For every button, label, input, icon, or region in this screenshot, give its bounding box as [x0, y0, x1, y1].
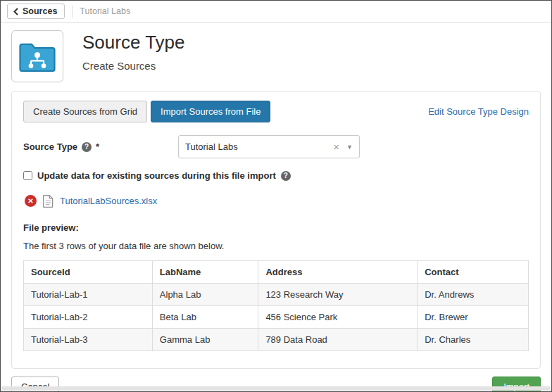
table-cell: Tutorial-Lab-3	[24, 329, 153, 351]
page-subtitle: Create Sources	[82, 60, 185, 72]
clear-selection-icon[interactable]: ×	[333, 141, 339, 153]
update-existing-row: Update data for existing sources during …	[23, 170, 529, 181]
back-button-label: Sources	[23, 6, 57, 16]
breadcrumb-current: Tutorial Labs	[80, 6, 130, 16]
file-icon	[43, 194, 54, 208]
update-existing-label: Update data for existing sources during …	[37, 170, 276, 181]
file-preview-title: File preview:	[23, 222, 529, 233]
table-cell: 789 Data Road	[258, 329, 418, 351]
remove-file-icon[interactable]: ✕	[25, 195, 37, 207]
table-cell: Dr. Andrews	[418, 284, 529, 306]
table-cell: 123 Research Way	[258, 284, 418, 306]
page-title: Source Type	[82, 32, 185, 53]
chevron-down-icon[interactable]: ▼	[346, 144, 353, 151]
table-header-row: SourceId LabName Address Contact	[24, 261, 529, 284]
uploaded-file-row: ✕ TutorialLabSources.xlsx	[23, 194, 529, 208]
column-header-labname: LabName	[152, 261, 258, 284]
help-icon[interactable]: ?	[281, 171, 291, 181]
tab-import-sources-from-file[interactable]: Import Sources from File	[151, 101, 270, 122]
table-cell: 456 Science Park	[258, 306, 418, 329]
page-root: { "breadcrumb": { "back_label": "Sources…	[0, 0, 552, 392]
tab-create-sources-from-grid[interactable]: Create Sources from Grid	[23, 101, 147, 122]
table-cell: Gamma Lab	[152, 329, 258, 351]
bottom-scrollbar-track[interactable]	[1, 386, 551, 391]
table-row: Tutorial-Lab-3 Gamma Lab 789 Data Road D…	[24, 329, 529, 351]
table-cell: Dr. Charles	[418, 329, 529, 351]
breadcrumb-divider	[72, 6, 73, 18]
table-row: Tutorial-Lab-1 Alpha Lab 123 Research Wa…	[24, 284, 529, 306]
table-row: Tutorial-Lab-2 Beta Lab 456 Science Park…	[24, 306, 529, 329]
sources-folder-icon	[17, 36, 58, 77]
update-existing-checkbox[interactable]	[23, 171, 32, 180]
source-type-field-row: Source Type ? * Tutorial Labs × ▼	[23, 135, 529, 158]
table-cell: Beta Lab	[152, 306, 258, 329]
table-cell: Dr. Brewer	[418, 306, 529, 329]
help-icon[interactable]: ?	[82, 142, 92, 152]
table-cell: Alpha Lab	[152, 284, 258, 306]
file-preview-description: The first 3 rows of your data file are s…	[23, 241, 529, 251]
file-preview-table: SourceId LabName Address Contact Tutoria…	[23, 260, 529, 351]
table-cell: Tutorial-Lab-1	[24, 284, 153, 306]
source-type-select[interactable]: Tutorial Labs × ▼	[178, 135, 360, 158]
required-asterisk: *	[96, 141, 99, 152]
table-cell: Tutorial-Lab-2	[24, 306, 153, 329]
column-header-address: Address	[258, 261, 418, 284]
breadcrumb: Sources Tutorial Labs	[1, 1, 551, 23]
column-header-contact: Contact	[418, 261, 529, 284]
uploaded-file-link[interactable]: TutorialLabSources.xlsx	[60, 196, 157, 206]
edit-source-type-design-link[interactable]: Edit Source Type Design	[428, 106, 529, 117]
source-type-icon-box	[11, 30, 63, 82]
back-to-sources-button[interactable]: Sources	[7, 4, 65, 19]
tabs-row: Create Sources from Grid Import Sources …	[23, 101, 529, 122]
column-header-sourceid: SourceId	[24, 261, 153, 284]
main-content: Source Type Create Sources Create Source…	[1, 23, 551, 369]
chevron-left-icon	[13, 8, 18, 15]
source-type-selected-value: Tutorial Labs	[185, 141, 333, 152]
import-panel: Create Sources from Grid Import Sources …	[11, 91, 541, 369]
page-header: Source Type Create Sources	[11, 30, 541, 82]
source-type-label-text: Source Type	[23, 141, 77, 152]
source-type-label: Source Type ? *	[23, 141, 178, 152]
page-titles: Source Type Create Sources	[82, 30, 185, 72]
